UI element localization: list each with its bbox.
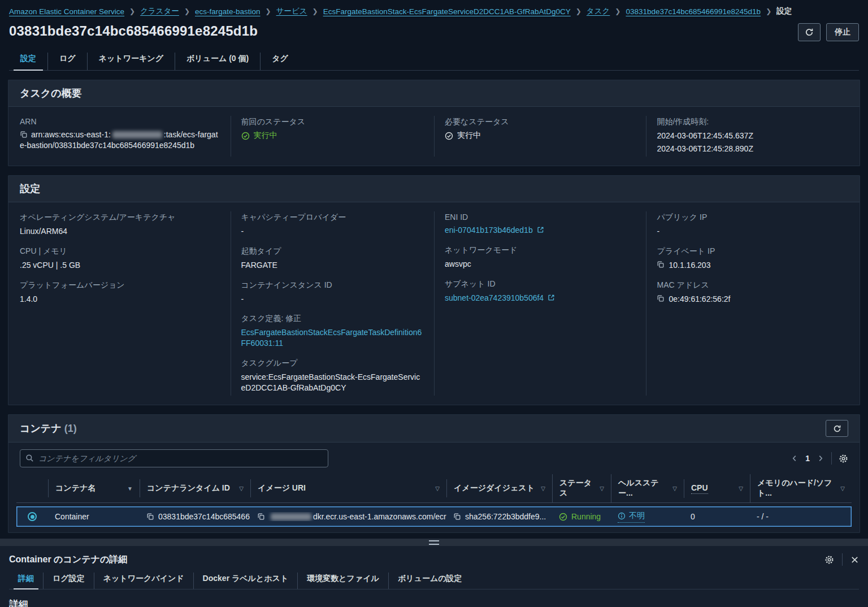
row-select-cell[interactable] <box>16 512 48 521</box>
containers-count: (1) <box>64 423 77 434</box>
tab-tags[interactable]: タグ <box>260 53 300 70</box>
containers-header: コンテナ (1) <box>8 415 860 443</box>
breadcrumb-separator: ❯ <box>184 7 190 15</box>
stop-button[interactable]: 停止 <box>826 23 859 41</box>
sort-icon[interactable]: ▽ <box>541 485 545 492</box>
tab-networking[interactable]: ネットワーキング <box>87 53 175 70</box>
breadcrumb-separator: ❯ <box>615 7 620 15</box>
breadcrumb-current: 設定 <box>776 6 792 16</box>
table-settings-gear-icon[interactable] <box>839 454 848 463</box>
sort-icon[interactable]: ▽ <box>435 485 440 492</box>
table-row[interactable]: Container 03831bde37c14bc685466... dkr.e… <box>16 506 852 527</box>
mac-address-field: MAC アドレス 0e:49:61:62:56:2f <box>657 280 848 305</box>
containers-refresh-button[interactable] <box>826 420 848 437</box>
breadcrumb-task-id[interactable]: 03831bde37c14bc685466991e8245d1b <box>626 7 761 16</box>
copy-icon[interactable] <box>657 294 665 302</box>
breadcrumb-ecs[interactable]: Amazon Elastic Container Service <box>9 7 124 16</box>
network-mode-field: ネットワークモード awsvpc <box>445 245 636 270</box>
configuration-title: 設定 <box>20 182 40 196</box>
panel-tab-details[interactable]: 詳細 <box>9 573 43 589</box>
breadcrumb-clusters[interactable]: クラスター <box>140 6 179 16</box>
col-header-cpu[interactable]: CPU▽ <box>684 479 750 498</box>
sort-desc-icon[interactable]: ▼ <box>127 485 133 492</box>
containers-title: コンテナ (1) <box>20 422 77 435</box>
col-header-health-status[interactable]: ヘルスステー...▽ <box>611 474 684 502</box>
select-column-header <box>16 484 48 492</box>
col-header-image-uri[interactable]: イメージ URI▽ <box>250 479 446 497</box>
task-definition-link[interactable]: EcsFargateBastionStackEcsFargateTaskDefi… <box>241 328 422 348</box>
sort-icon[interactable]: ▽ <box>600 485 604 492</box>
refresh-button[interactable] <box>798 23 821 41</box>
refresh-icon <box>805 28 814 37</box>
sort-icon[interactable]: ▽ <box>739 485 743 492</box>
containers-table: コンテナ名▼ コンテナランタイム ID▽ イメージ URI▽ イメージダイジェス… <box>16 474 852 527</box>
copy-icon[interactable] <box>20 131 28 138</box>
panel-settings-gear-icon[interactable] <box>824 555 834 565</box>
drag-handle-icon[interactable] <box>429 540 439 545</box>
panel-tab-docker-labels[interactable]: Docker ラベルとホスト <box>193 573 298 589</box>
panel-tab-volume-config[interactable]: ボリュームの設定 <box>388 573 471 589</box>
external-link-icon <box>537 226 544 233</box>
container-details-panel: Container のコンテナの詳細 詳細 ログ設定 ネットワークバインド Do… <box>0 546 868 607</box>
copy-icon[interactable] <box>146 513 154 521</box>
col-header-status[interactable]: ステータス▽ <box>552 474 611 502</box>
subnet-id-link[interactable]: subnet-02ea7423910b506f4 <box>445 293 544 304</box>
check-circle-icon <box>445 132 453 140</box>
tab-volumes[interactable]: ボリューム (0 個) <box>175 53 260 70</box>
breadcrumb-tasks[interactable]: タスク <box>587 6 610 16</box>
divider <box>842 553 843 566</box>
col-header-runtime-id[interactable]: コンテナランタイム ID▽ <box>140 479 250 497</box>
copy-icon[interactable] <box>657 261 665 268</box>
panel-tab-network-bindings[interactable]: ネットワークバインド <box>94 573 193 589</box>
panel-tab-log-config[interactable]: ログ設定 <box>43 573 94 589</box>
prev-page-icon[interactable] <box>791 454 798 462</box>
configuration-header: 設定 <box>8 176 860 202</box>
desired-status-field: 必要なステータス 実行中 <box>445 117 636 141</box>
launch-type-field: 起動タイプ FARGATE <box>241 246 424 271</box>
main-tabs: 設定 ログ ネットワーキング ボリューム (0 個) タグ <box>9 53 859 71</box>
next-page-icon[interactable] <box>817 454 824 462</box>
external-link-icon <box>548 294 555 301</box>
last-status-field: 前回のステータス 実行中 <box>241 117 424 141</box>
eni-id-field: ENI ID eni-07041b173b46ded1b <box>445 213 636 236</box>
redacted-registry-id <box>271 513 311 521</box>
page-number[interactable]: 1 <box>805 454 810 463</box>
search-icon <box>25 454 34 462</box>
copy-icon[interactable] <box>257 513 265 521</box>
close-panel-icon[interactable] <box>850 556 859 564</box>
breadcrumb: Amazon Elastic Container Service ❯ クラスター… <box>0 0 868 19</box>
tab-configuration[interactable]: 設定 <box>9 53 47 70</box>
capacity-provider-field: キャパシティープロバイダー - <box>241 213 424 237</box>
page-title: 03831bde37c14bc685466991e8245d1b <box>9 23 258 39</box>
health-unknown-badge[interactable]: 不明 <box>618 511 645 523</box>
tab-logs[interactable]: ログ <box>47 53 87 70</box>
sort-icon[interactable]: ▽ <box>239 485 244 492</box>
col-header-image-digest[interactable]: イメージダイジェスト▽ <box>446 479 552 497</box>
row-image-uri: dkr.ecr.us-east-1.amazonaws.com/ecr-... <box>250 512 446 521</box>
col-header-memory[interactable]: メモリのハード/ソフト...▽ <box>750 474 852 502</box>
container-filter <box>20 449 328 467</box>
panel-section-title: 詳細 <box>9 598 859 607</box>
radio-selected-icon[interactable] <box>28 512 37 521</box>
sort-icon[interactable]: ▽ <box>840 485 845 492</box>
panel-title: Container のコンテナの詳細 <box>9 554 127 566</box>
container-filter-input[interactable] <box>20 449 328 467</box>
task-overview-title: タスクの概要 <box>20 86 82 100</box>
breadcrumb-separator: ❯ <box>266 7 271 15</box>
check-circle-icon <box>559 513 567 521</box>
breadcrumb-separator: ❯ <box>313 7 318 15</box>
info-icon <box>618 512 626 520</box>
sort-icon[interactable]: ▽ <box>672 485 677 492</box>
breadcrumb-cluster-name[interactable]: ecs-fargate-bastion <box>195 7 261 16</box>
split-panel-divider[interactable] <box>0 539 868 546</box>
breadcrumb-service-name[interactable]: EcsFargateBastionStack-EcsFargateService… <box>323 7 571 16</box>
eni-id-link[interactable]: eni-07041b173b46ded1b <box>445 225 533 236</box>
panel-tab-env-vars[interactable]: 環境変数とファイル <box>297 573 388 589</box>
task-definition-field: タスク定義: 修正 EcsFargateBastionStackEcsFarga… <box>241 314 424 349</box>
task-group-field: タスクグループ service:EcsFargateBastionStack-E… <box>241 358 424 393</box>
col-header-container-name[interactable]: コンテナ名▼ <box>48 479 140 497</box>
row-memory: - / - <box>750 512 852 521</box>
copy-icon[interactable] <box>453 513 461 521</box>
breadcrumb-services[interactable]: サービス <box>276 6 307 16</box>
refresh-icon <box>833 424 841 433</box>
